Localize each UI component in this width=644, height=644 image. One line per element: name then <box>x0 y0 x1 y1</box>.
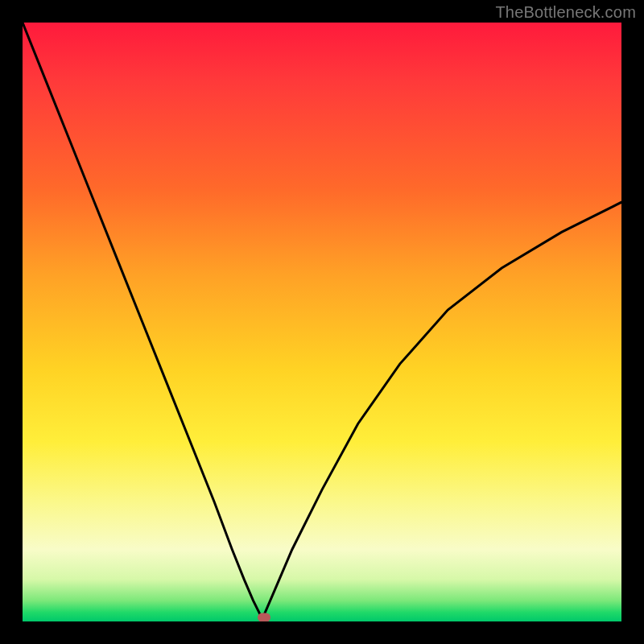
chart-frame: TheBottleneck.com <box>0 0 644 644</box>
bottleneck-curve <box>23 23 621 618</box>
minimum-marker <box>258 613 270 621</box>
plot-area <box>23 23 621 621</box>
watermark-text: TheBottleneck.com <box>495 3 636 22</box>
curve-svg <box>23 23 621 621</box>
